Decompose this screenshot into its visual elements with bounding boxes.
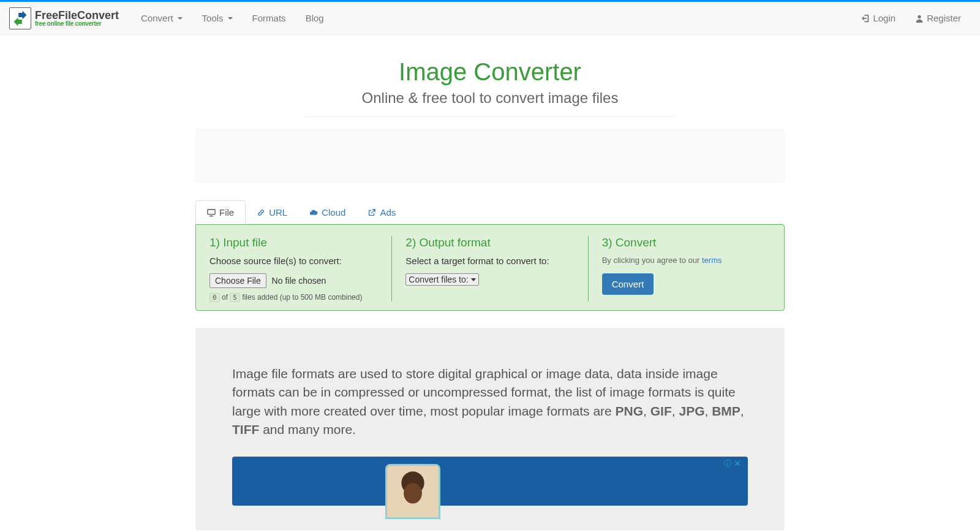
convert-panel: 1) Input file Choose source file(s) to c… [195,224,785,311]
svg-point-4 [404,483,422,504]
terms-pre: By clicking you agree to our [602,256,702,265]
tab-ads-label: Ads [380,207,396,218]
step1-label: Choose source file(s) to convert: [209,256,378,266]
cloud-icon [309,208,318,217]
link-icon [257,208,265,217]
navbar-right: Login Register [851,4,971,32]
fmt-png: PNG [616,404,644,418]
tab-ads[interactable]: Ads [356,200,407,224]
file-input-row: Choose File No file chosen [209,273,378,288]
ad-avatar [385,464,440,519]
close-icon [733,459,742,468]
tab-file-label: File [219,207,234,218]
chevron-down-icon [471,278,476,281]
count-max: 5 [230,293,240,302]
input-tabs: File URL Cloud Ads [195,200,785,224]
svg-point-0 [918,15,921,18]
nav-blog[interactable]: Blog [296,4,334,32]
brand-logo[interactable]: FreeFileConvert free online file convert… [9,7,119,29]
caret-icon [178,17,183,20]
logo-text: FreeFileConvert free online file convert… [35,10,119,27]
info-paragraph: Image file formats are used to store dig… [232,365,748,439]
nav-blog-label: Blog [306,13,324,23]
info-icon [723,459,732,468]
nav-login[interactable]: Login [851,4,905,32]
convert-button[interactable]: Convert [602,273,654,295]
navbar: FreeFileConvert free online file convert… [0,2,980,35]
nav-convert-label: Convert [141,13,173,23]
fmt-jpg: JPG [679,404,704,418]
info-text-post: and many more. [259,422,356,436]
fmt-tiff: TIFF [232,422,259,436]
count-current: 0 [209,293,220,302]
main-container: Image Converter Online & free tool to co… [186,58,794,530]
file-count-info: 0 of 5 files added (up to 500 MB combine… [209,293,378,302]
step1-title: 1) Input file [209,236,378,249]
step2-title: 2) Output format [405,236,574,249]
logo-icon [9,7,31,29]
nav-formats[interactable]: Formats [243,4,296,32]
tab-url-label: URL [269,207,287,218]
nav-tools[interactable]: Tools [192,4,243,32]
tab-cloud[interactable]: Cloud [298,200,356,224]
desktop-icon [207,208,216,217]
caret-icon [228,17,233,20]
choose-file-button[interactable]: Choose File [209,273,266,288]
ad-banner-bottom [232,457,748,506]
step-convert: 3) Convert By clicking you agree to our … [588,236,784,302]
fmt-bmp: BMP [712,404,741,418]
nav-tools-label: Tools [202,13,224,23]
file-status: No file chosen [272,276,326,286]
nav-formats-label: Formats [252,13,286,23]
select-label: Convert files to: [409,275,468,284]
page-subtitle: Online & free tool to convert image file… [195,89,785,107]
nav-convert[interactable]: Convert [131,4,192,32]
count-of: of [222,293,228,302]
output-format-select[interactable]: Convert files to: [405,273,478,286]
terms-link[interactable]: terms [702,256,722,265]
nav-login-label: Login [873,13,895,23]
ad-close-button[interactable] [723,459,742,468]
navbar-left: FreeFileConvert free online file convert… [9,4,334,32]
user-icon [915,14,924,23]
step-input: 1) Input file Choose source file(s) to c… [196,236,391,302]
tab-url[interactable]: URL [246,200,298,224]
terms-text: By clicking you agree to our terms [602,256,771,265]
ad-banner-top [195,128,785,183]
login-icon [861,14,870,23]
brand-subtitle: free online file converter [35,21,119,27]
count-text: files added (up to 500 MB combined) [242,293,362,302]
divider [306,116,674,117]
external-link-icon [368,208,376,217]
nav-register[interactable]: Register [905,4,971,32]
step3-title: 3) Convert [602,236,771,249]
step-output: 2) Output format Select a target format … [391,236,587,302]
tab-cloud-label: Cloud [322,207,345,218]
fmt-gif: GIF [650,404,672,418]
tab-file[interactable]: File [195,200,246,224]
brand-title: FreeFileConvert [35,10,119,21]
svg-rect-1 [208,209,215,214]
nav-register-label: Register [927,13,961,23]
info-block: Image file formats are used to store dig… [195,328,785,530]
step2-label: Select a target format to convert to: [405,256,574,266]
page-title: Image Converter [195,58,785,86]
